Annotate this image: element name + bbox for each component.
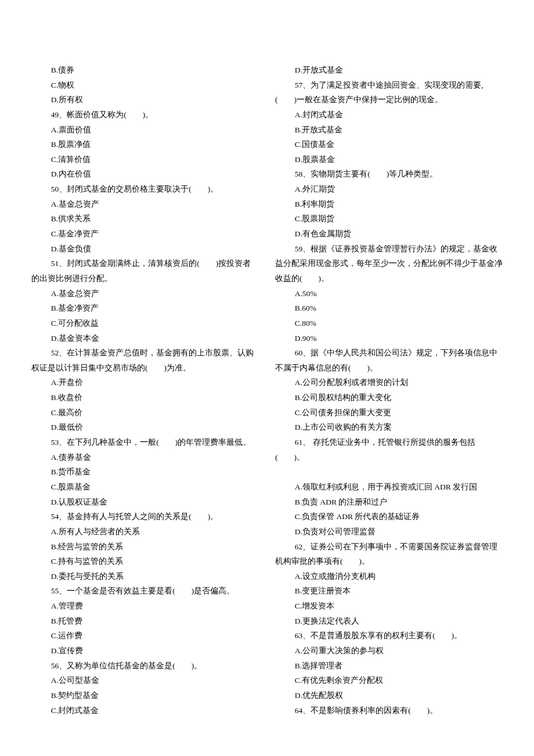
text-line: B.基金净资产	[31, 301, 259, 316]
text-line: A.领取红利或利息，用于再投资或汇回 ADR 发行国	[275, 480, 503, 495]
text-line: C.持有与监管的关系	[31, 554, 259, 569]
text-line: 53、在下列几种基金中，一般( )的年管理费率最低。	[31, 435, 259, 450]
text-line: 61、 存托凭证业务中，托管银行所提供的服务包括( )。	[275, 435, 503, 465]
text-line: C.80%	[275, 316, 503, 331]
text-line: D.委托与受托的关系	[31, 569, 259, 584]
text-line: A.50%	[275, 286, 503, 301]
text-line: D.优先配股权	[275, 688, 503, 703]
text-line: 59、根据《证券投资基金管理暂行办法》的规定，基金收益分配采用现金形式，每年至少…	[275, 242, 503, 286]
text-line: 57、为了满足投资者中途抽回资金、实现变现的需要,( )一般在基金资产中保持一定…	[275, 78, 503, 107]
text-line: 54、基金持有人与托管人之间的关系是( )。	[31, 509, 259, 524]
document-body: B.债券C.物权D.所有权49、帐面价值又称为( )。A.票面价值B.股票净值C…	[31, 63, 503, 730]
text-line: D.股票基金	[275, 152, 503, 167]
text-line: B.货币基金	[31, 465, 259, 480]
text-line: A.所有人与经营者的关系	[31, 524, 259, 539]
text-line: 51、封闭式基金期满终止，清算核资后的( )按投资者的出资比例进行分配。	[31, 256, 259, 286]
text-line: B.供求关系	[31, 211, 259, 226]
text-line: A.设立或撤消分支机构	[275, 569, 503, 584]
text-line: D.内在价值	[31, 167, 259, 182]
text-line: D.更换法定代表人	[275, 614, 503, 629]
text-line: B.公司股权结构的重大变化	[275, 390, 503, 405]
text-line: D.认股权证基金	[31, 495, 259, 510]
text-line: C.物权	[31, 78, 259, 93]
text-line: B.经营与监管的关系	[31, 539, 259, 555]
text-line: A.基金总资产	[31, 197, 259, 212]
text-line: B.选择管理者	[275, 658, 503, 674]
text-line: 58、实物期货主要有( )等几种类型。	[275, 167, 503, 182]
text-line: 60、据《中华人民共和国公司法》规定，下列各项信息中不属于内幕信息的有( )。	[275, 345, 503, 375]
text-line: C.负责保管 ADR 所代表的基础证券	[275, 509, 503, 524]
text-line: B.契约型基金	[31, 688, 259, 703]
text-line: C.有优先剩余资产分配权	[275, 673, 503, 688]
text-line: 55、一个基金是否有效益主要是看( )是否偏高。	[31, 584, 259, 599]
text-line: B.利率期货	[275, 197, 503, 212]
text-line: D.90%	[275, 331, 503, 346]
text-line: 49、帐面价值又称为( )。	[31, 107, 259, 123]
text-line: D.基金资本金	[31, 331, 259, 346]
text-line: D.上市公司收购的有关方案	[275, 420, 503, 435]
text-line: A.公司型基金	[31, 673, 259, 688]
text-line: B.收盘价	[31, 390, 259, 405]
text-line: C.国债基金	[275, 137, 503, 152]
text-line: A.封闭式基金	[275, 107, 503, 123]
text-line: 64、不是影响债券利率的因素有( )。	[275, 703, 503, 718]
text-line: C.股票期货	[275, 211, 503, 226]
text-line: B.债券	[31, 63, 259, 78]
text-line: D.最低价	[31, 420, 259, 435]
text-line: A.票面价值	[31, 123, 259, 138]
text-line: B.股票净值	[31, 137, 259, 152]
text-line: 50、封闭式基金的交易价格主要取决于( )。	[31, 182, 259, 197]
text-line: C.最高价	[31, 405, 259, 420]
text-line: C.公司债务担保的重大变更	[275, 405, 503, 420]
text-line: A.债券基金	[31, 450, 259, 465]
text-line: D.基金负债	[31, 242, 259, 257]
text-line: C.清算价值	[31, 152, 259, 167]
text-line: C.封闭式基金	[31, 703, 259, 718]
text-line: D.所有权	[31, 92, 259, 107]
text-line: 52、在计算基金资产总值时，基金拥有的上市股票、认购权证是以计算日集中交易市场的…	[31, 345, 259, 375]
text-line: D.负责对公司管理监督	[275, 524, 503, 539]
text-line: D.有色金属期货	[275, 226, 503, 242]
text-line: A.开盘价	[31, 375, 259, 390]
text-line: A.筹资者资信	[519, 63, 534, 78]
text-line: D.开放式基金	[275, 63, 503, 78]
text-line: 56、又称为单位信托基金的基金是( )。	[31, 658, 259, 674]
text-line: A.基金总资产	[31, 286, 259, 301]
text-line	[275, 465, 503, 480]
text-line: A.管理费	[31, 599, 259, 614]
text-line: B.变更注册资本	[275, 584, 503, 599]
text-line: C.股票基金	[31, 480, 259, 495]
text-line: B.开放式基金	[275, 123, 503, 138]
text-line: B.负责 ADR 的注册和过户	[275, 495, 503, 510]
text-line: B.60%	[275, 301, 503, 316]
text-line: 62、证券公司在下列事项中，不需要国务院证券监督管理机构审批的事项有( )。	[275, 539, 503, 569]
text-line: D.宣传费	[31, 643, 259, 658]
text-line: 63、不是普通股股东享有的权利主要有( )。	[275, 628, 503, 643]
text-line: A.外汇期货	[275, 182, 503, 197]
text-line: C.增发资本	[275, 599, 503, 614]
text-line: B.托管费	[31, 614, 259, 629]
text-line: C.基金净资产	[31, 226, 259, 242]
text-line: C.可分配收益	[31, 316, 259, 331]
text-line: A.公司重大决策的参与权	[275, 643, 503, 658]
text-line: A.公司分配股利或者增资的计划	[275, 375, 503, 390]
text-line: C.运作费	[31, 628, 259, 643]
